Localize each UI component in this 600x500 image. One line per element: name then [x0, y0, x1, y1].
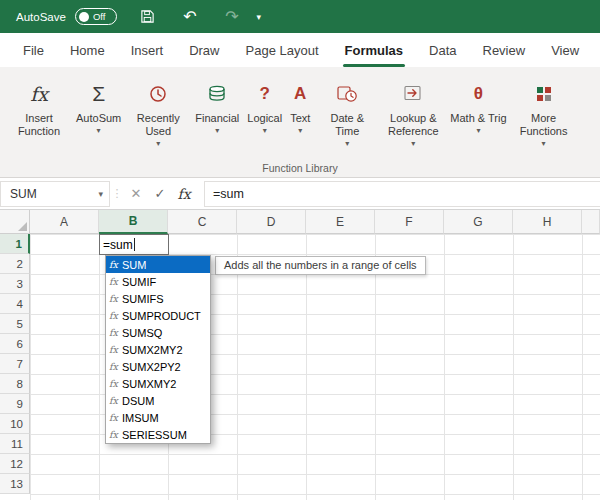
tab-label: File	[23, 43, 44, 58]
insert-function-fx-button[interactable]: fx	[172, 181, 196, 207]
column-header-f[interactable]: F	[375, 210, 444, 234]
lookup-reference-button[interactable]: Lookup & Reference ▾	[381, 77, 445, 150]
quick-access-caret-button[interactable]: ▾	[251, 4, 267, 30]
autocomplete-item-sumx2my2[interactable]: fxSUMX2MY2	[106, 341, 210, 358]
name-box[interactable]: SUM ▾	[0, 181, 110, 207]
autocomplete-item-imsum[interactable]: fxIMSUM	[106, 409, 210, 426]
formula-bar-handle-icon: ⋮	[110, 187, 124, 200]
financial-button[interactable]: Financial ▾	[192, 77, 242, 137]
text-button[interactable]: A Text ▾	[287, 77, 313, 137]
ribbon-button-label: Insert Function	[10, 112, 68, 138]
autosave-toggle[interactable]: Off	[75, 8, 117, 25]
fx-icon: fx	[177, 186, 190, 202]
tab-home[interactable]: Home	[57, 33, 118, 67]
tab-label: Review	[483, 43, 526, 58]
column-header-e[interactable]: E	[306, 210, 375, 234]
row-header-10[interactable]: 10	[0, 414, 30, 434]
redo-button[interactable]: ↷	[221, 4, 243, 30]
function-name: SUMPRODUCT	[122, 310, 201, 322]
math-trig-button[interactable]: θ Math & Trig ▾	[447, 77, 509, 137]
autosum-button[interactable]: Σ AutoSum ▾	[73, 77, 124, 137]
row-header-11[interactable]: 11	[0, 434, 30, 454]
ribbon-button-label: Date & Time	[318, 112, 376, 138]
tab-label: Formulas	[345, 43, 404, 58]
cancel-button[interactable]: ✕	[124, 181, 148, 207]
column-header-row: A B C D E F G H	[30, 210, 600, 234]
row-header-2[interactable]: 2	[0, 254, 30, 274]
autocomplete-item-dsum[interactable]: fxDSUM	[106, 392, 210, 409]
column-header-h[interactable]: H	[513, 210, 582, 234]
date-time-button[interactable]: Date & Time ▾	[315, 77, 379, 150]
fx-icon: fx	[109, 429, 122, 440]
function-name: SUM	[122, 259, 146, 271]
logical-button[interactable]: ? Logical ▾	[244, 77, 285, 137]
autosum-sigma-icon: Σ	[92, 79, 105, 109]
function-name: SUMIFS	[122, 293, 164, 305]
dropdown-caret-icon: ▾	[345, 140, 349, 148]
formula-input[interactable]: =sum	[204, 181, 600, 207]
autocomplete-item-sumifs[interactable]: fxSUMIFS	[106, 290, 210, 307]
row-header-8[interactable]: 8	[0, 374, 30, 394]
dropdown-caret-icon: ▾	[97, 127, 101, 135]
fx-icon: fx	[109, 327, 122, 338]
column-header-g[interactable]: G	[444, 210, 513, 234]
tab-label: Data	[429, 43, 456, 58]
autocomplete-item-sumsq[interactable]: fxSUMSQ	[106, 324, 210, 341]
row-header-13[interactable]: 13	[0, 474, 30, 494]
autocomplete-item-sumif[interactable]: fxSUMIF	[106, 273, 210, 290]
lookup-reference-icon	[403, 79, 423, 109]
insert-function-button[interactable]: fx Insert Function	[7, 77, 71, 140]
row-header-6[interactable]: 6	[0, 334, 30, 354]
text-cursor	[134, 238, 135, 251]
autocomplete-item-sumproduct[interactable]: fxSUMPRODUCT	[106, 307, 210, 324]
column-header-a[interactable]: A	[30, 210, 99, 234]
row-header-3[interactable]: 3	[0, 274, 30, 294]
enter-button[interactable]: ✓	[148, 181, 172, 207]
autocomplete-item-seriessum[interactable]: fxSERIESSUM	[106, 426, 210, 443]
function-name: SUMX2MY2	[122, 344, 183, 356]
undo-icon: ↶	[183, 9, 196, 25]
row-header-9[interactable]: 9	[0, 394, 30, 414]
ribbon-button-label: Math & Trig	[450, 112, 506, 125]
tab-view[interactable]: View	[538, 33, 592, 67]
ribbon-button-label: Recently Used	[129, 112, 187, 138]
tab-review[interactable]: Review	[470, 33, 539, 67]
row-header-4[interactable]: 4	[0, 294, 30, 314]
tab-insert[interactable]: Insert	[118, 33, 177, 67]
save-button[interactable]	[137, 4, 159, 30]
autosave-label: AutoSave	[16, 11, 66, 23]
toggle-knob-icon	[79, 12, 89, 22]
tab-data[interactable]: Data	[416, 33, 469, 67]
function-tooltip: Adds all the numbers in a range of cells	[215, 256, 426, 275]
ribbon-button-label: Lookup & Reference	[384, 112, 442, 138]
column-header-c[interactable]: C	[168, 210, 237, 234]
redo-icon: ↷	[225, 9, 238, 25]
tab-label: Draw	[189, 43, 219, 58]
tab-draw[interactable]: Draw	[176, 33, 232, 67]
ribbon-tab-bar: File Home Insert Draw Page Layout Formul…	[0, 33, 600, 67]
column-header-d[interactable]: D	[237, 210, 306, 234]
row-header-5[interactable]: 5	[0, 314, 30, 334]
chevron-down-icon: ▾	[257, 12, 262, 22]
autocomplete-item-sumx2py2[interactable]: fxSUMX2PY2	[106, 358, 210, 375]
autocomplete-item-sumxmy2[interactable]: fxSUMXMY2	[106, 375, 210, 392]
row-header-7[interactable]: 7	[0, 354, 30, 374]
tab-formulas[interactable]: Formulas	[332, 33, 417, 67]
row-header-12[interactable]: 12	[0, 454, 30, 474]
column-header-b[interactable]: B	[99, 210, 168, 234]
recently-used-button[interactable]: Recently Used ▾	[126, 77, 190, 150]
autocomplete-item-sum[interactable]: fxSUM	[106, 256, 210, 273]
active-cell-b1[interactable]: =sum	[99, 234, 169, 255]
tab-page-layout[interactable]: Page Layout	[233, 33, 332, 67]
select-all-corner[interactable]	[0, 210, 30, 234]
row-header-1[interactable]: 1	[0, 234, 30, 254]
dropdown-caret-icon: ▾	[156, 140, 160, 148]
column-header-partial	[582, 210, 600, 234]
name-box-caret-icon[interactable]: ▾	[98, 189, 103, 199]
fx-icon: fx	[109, 259, 122, 270]
formula-bar: SUM ▾ ⋮ ✕ ✓ fx =sum	[0, 178, 600, 210]
more-functions-button[interactable]: More Functions ▾	[512, 77, 576, 150]
undo-button[interactable]: ↶	[179, 4, 201, 30]
tab-file[interactable]: File	[10, 33, 57, 67]
tab-label: Insert	[131, 43, 164, 58]
